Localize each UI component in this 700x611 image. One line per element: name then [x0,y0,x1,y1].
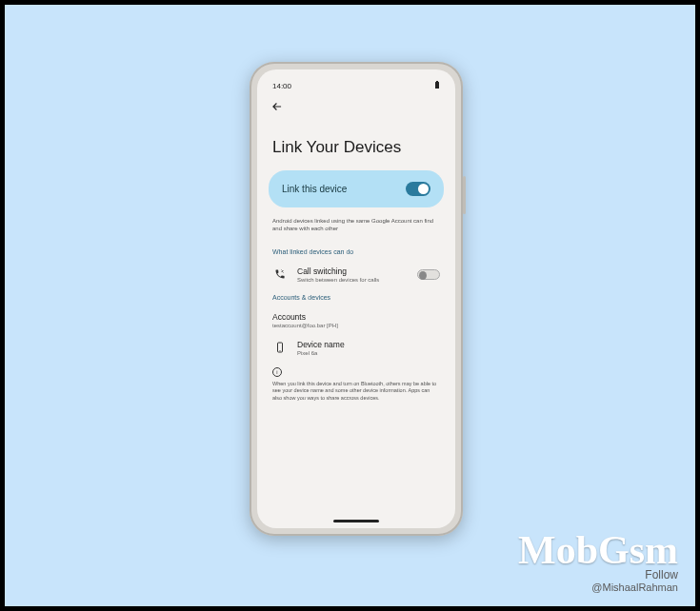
link-this-device-card[interactable]: Link this device [269,170,444,207]
battery-icon [434,81,440,91]
status-time: 14:00 [272,82,291,90]
call-switching-toggle[interactable] [417,269,440,280]
hero-description: Android devices linked using the same Go… [269,217,444,243]
call-switching-subtitle: Switch between devices for calls [297,277,408,283]
page-title: Link Your Devices [269,121,444,170]
device-name-subtitle: Pixel 6a [297,350,440,356]
phone-swap-icon [274,268,286,280]
back-button[interactable] [269,92,444,121]
info-icon: i [272,367,282,377]
section-header-capabilities: What linked devices can do [269,243,444,261]
nav-bar[interactable] [269,514,444,522]
svg-rect-0 [435,82,439,89]
device-name-title: Device name [297,340,440,349]
call-switching-title: Call switching [297,266,408,276]
svg-rect-1 [436,81,438,82]
accounts-title: Accounts [272,312,440,322]
accounts-row[interactable]: Accounts testaccount@foo.bar [PH] [269,306,444,334]
section-header-accounts: Accounts & devices [269,288,444,306]
link-this-device-label: Link this device [282,184,347,194]
call-switching-row[interactable]: Call switching Switch between devices fo… [269,261,444,288]
status-bar: 14:00 [269,79,444,92]
phone-frame: 14:00 Link Your Devices Link this device… [250,62,463,536]
watermark: MobGsm Follow @MishaalRahman [518,530,678,593]
accounts-subtitle: testaccount@foo.bar [PH] [272,323,440,328]
background-canvas: 14:00 Link Your Devices Link this device… [5,5,695,606]
link-this-device-toggle[interactable] [406,182,430,196]
arrow-left-icon [270,100,284,113]
watermark-handle: @MishaalRahman [518,581,678,593]
nav-pill [333,520,379,522]
footer-text: When you link this device and turn on Bl… [269,381,444,403]
watermark-brand: MobGsm [518,530,678,570]
screen: 14:00 Link Your Devices Link this device… [257,69,455,528]
svg-point-3 [280,350,281,351]
device-name-row[interactable]: Device name Pixel 6a [269,334,444,362]
phone-icon [274,342,286,353]
